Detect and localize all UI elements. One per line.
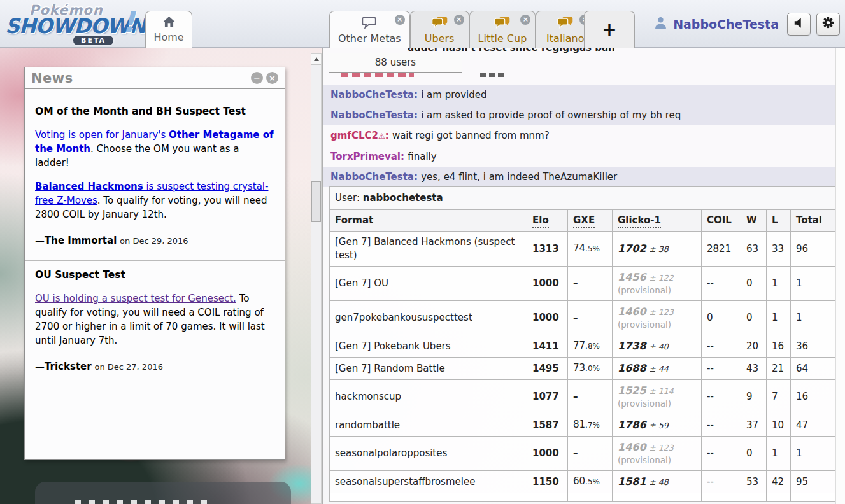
cell-coil: -- xyxy=(702,267,741,301)
cell-elo: 1000 xyxy=(527,301,568,335)
chat-room-panel: adder hasn't reset since regigigas ban 8… xyxy=(322,48,845,504)
home-icon xyxy=(163,17,175,29)
cell-gxe: – xyxy=(568,437,613,471)
chat-scrollbar-track[interactable] xyxy=(835,48,845,504)
column-header-w: W xyxy=(741,210,767,232)
chat-username-colon: : xyxy=(414,171,421,183)
cell-elo: 1313 xyxy=(527,232,568,267)
ladder-row: hackmonscup1077–1525 ± 114(provisional)-… xyxy=(330,380,835,414)
clipped-panel-text xyxy=(75,500,215,504)
ladder-user-label: User: xyxy=(335,192,360,204)
cell-total: 1 xyxy=(791,437,835,471)
column-header-l: L xyxy=(767,210,791,232)
tab-little-cup[interactable]: Little Cup× xyxy=(469,11,536,48)
cell-coil: -- xyxy=(702,380,741,414)
cell-wins: 37 xyxy=(741,414,767,437)
clipped-chat-text xyxy=(480,73,507,77)
cell-glicko: 1525 ± 114(provisional) xyxy=(613,380,702,414)
ladder-row: [Gen 7] Balanced Hackmons (suspect test)… xyxy=(330,232,835,267)
scrollbar-thumb[interactable] xyxy=(311,181,321,222)
cell-format: seasonalsuperstaffbrosmelee xyxy=(330,471,527,493)
news-panel-title: News xyxy=(31,71,73,86)
chat-message: NabboCheTesta: i am asked to provide pro… xyxy=(323,105,836,125)
ladder-row: gen7pokebankoususpecttest1000–1460 ± 123… xyxy=(330,301,835,335)
chat-username-colon: : xyxy=(401,151,408,162)
chat-username[interactable]: NabboCheTesta xyxy=(330,89,414,101)
plus-icon: + xyxy=(602,19,616,40)
ladder-header-row: FormatEloGXEGlicko-1COILWLTotal xyxy=(330,210,835,232)
news-paragraph: Balanced Hackmons is suspect testing cry… xyxy=(35,179,274,221)
news-panel-body: OM of the Month and BH Suspect Test Voti… xyxy=(25,89,285,382)
news-panel: News − × OM of the Month and BH Suspect … xyxy=(24,67,285,460)
chat-username[interactable]: NabboCheTesta xyxy=(330,171,414,183)
cell-coil: -- xyxy=(702,414,741,437)
tab-label: Italiano xyxy=(546,32,584,45)
home-tab-label: Home xyxy=(153,31,183,43)
chat-message-list: NabboCheTesta: i am providedNabboCheTest… xyxy=(323,85,836,187)
clipped-chat-username xyxy=(341,73,414,77)
cell-losses: 21 xyxy=(767,358,791,380)
chat-message-text: i am provided xyxy=(421,89,486,101)
ladder-row: seasonalsuperstaffbrosmelee115060.5%1581… xyxy=(330,471,835,493)
chat-username-colon: : xyxy=(414,109,421,121)
close-icon[interactable]: × xyxy=(395,15,405,25)
ladder-table-wrap: User: nabbochetestaFormatEloGXEGlicko-1C… xyxy=(329,186,835,502)
cell-wins: 63 xyxy=(741,232,767,267)
tab-home[interactable]: Home xyxy=(145,11,192,48)
cell-glicko: 1460 ± 123(provisional) xyxy=(613,437,702,471)
news-article-heading: OM of the Month and BH Suspect Test xyxy=(35,104,274,118)
cell-wins: 53 xyxy=(741,471,767,493)
cell-losses: 16 xyxy=(767,335,791,358)
chat-message: NabboCheTesta: i am provided xyxy=(323,85,836,105)
settings-button[interactable] xyxy=(816,13,840,36)
cell-total: 36 xyxy=(791,335,835,358)
vertical-scrollbar[interactable] xyxy=(311,53,322,504)
close-icon[interactable]: × xyxy=(520,15,530,25)
chat-username[interactable]: TorxPrimeval xyxy=(330,151,401,162)
cell-losses: 1 xyxy=(767,267,791,301)
ladder-table: User: nabbochetestaFormatEloGXEGlicko-1C… xyxy=(329,186,835,502)
cell-elo: 1495 xyxy=(527,358,568,380)
tab-ubers[interactable]: Ubers× xyxy=(410,11,469,48)
cell-glicko: 1688 ± 44 xyxy=(613,358,702,380)
cell-losses: 1 xyxy=(767,437,791,471)
news-article-heading: OU Suspect Test xyxy=(35,268,274,282)
add-room-button[interactable]: + xyxy=(584,11,635,48)
cell-total: 95 xyxy=(791,471,835,493)
sound-button[interactable] xyxy=(787,13,811,36)
minimize-icon[interactable]: − xyxy=(251,72,263,84)
close-icon[interactable]: × xyxy=(266,72,278,84)
tab-other-metas[interactable]: Other Metas× xyxy=(329,11,410,48)
chat-username-colon: : xyxy=(385,130,392,141)
cell-coil: 0 xyxy=(702,301,741,335)
chat-username[interactable]: NabboCheTesta xyxy=(330,109,414,121)
cell-format: randombattle xyxy=(330,414,527,437)
cell-glicko: 1460 ± 123(provisional) xyxy=(613,301,702,335)
news-divider xyxy=(25,260,285,261)
chat-username[interactable]: gmfCLC2 xyxy=(330,130,378,141)
scroll-up-icon[interactable] xyxy=(311,54,321,65)
cell-total: 96 xyxy=(791,232,835,267)
cell-wins: 0 xyxy=(741,301,767,335)
news-link-ou-suspect[interactable]: OU is holding a suspect test for Genesec… xyxy=(35,293,236,304)
pokemon-showdown-logo: Pokémon Showdown ! BETA xyxy=(5,1,142,46)
chat-bubble-icon xyxy=(362,17,378,31)
cell-losses: 7 xyxy=(767,380,791,414)
logo-exclamation: ! xyxy=(122,5,135,39)
news-byline: —Trickster on Dec 27, 2016 xyxy=(35,360,274,374)
cell-gxe: 73.0% xyxy=(568,358,613,380)
user-area: NabboCheTesta xyxy=(654,0,840,48)
chat-message-text: yes, e4 flint, i am indeed TheAzumaKille… xyxy=(421,171,617,183)
app-window: Pokémon Showdown ! BETA Home Other Metas… xyxy=(0,0,845,504)
speaker-icon xyxy=(793,17,805,31)
ladder-row: [Gen 7] Pokebank Ubers141177.8%1738 ± 40… xyxy=(330,335,835,358)
chat-bubbles-icon xyxy=(557,17,573,31)
cell-glicko: 1738 ± 40 xyxy=(613,335,702,358)
username-button[interactable]: NabboCheTesta xyxy=(673,17,779,31)
ladder-caption-row: User: nabbochetesta xyxy=(330,187,835,210)
userlist-button[interactable]: 88 users xyxy=(329,53,462,73)
cell-losses: 42 xyxy=(767,471,791,493)
tab-label: Little Cup xyxy=(478,32,527,45)
cell-coil: -- xyxy=(702,471,741,493)
close-icon[interactable]: × xyxy=(454,15,464,25)
